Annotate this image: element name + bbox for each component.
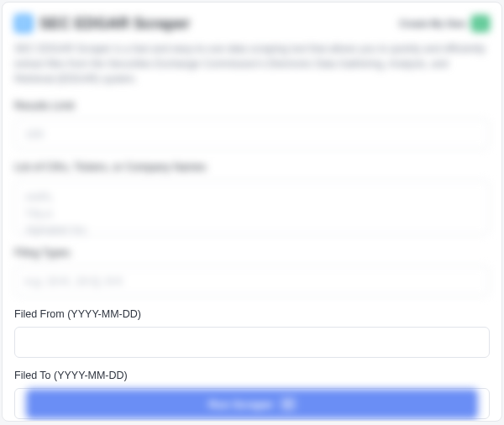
title-wrap: SEC EDGAR Scraper — [14, 14, 190, 33]
results-limit-label: Results Limit — [14, 100, 490, 112]
run-scraper-button[interactable]: Run Scraper — [26, 389, 478, 419]
field-results-limit: Results Limit — [14, 100, 490, 150]
cta-wrap[interactable]: Create My Own — [400, 15, 490, 32]
field-filed-from: Filed From (YYYY-MM-DD) — [14, 308, 490, 358]
identifiers-input[interactable]: AAPL TSLA Alphabet Inc. — [14, 180, 490, 235]
identifiers-label: List of CIKs, Tickers, or Company Names — [14, 161, 490, 173]
filing-types-input[interactable] — [14, 265, 490, 296]
identifiers-placeholder: AAPL TSLA Alphabet Inc. — [25, 189, 479, 239]
field-filing-types: Filing Types — [14, 247, 490, 296]
scraper-card: SEC EDGAR Scraper Create My Own SEC EDGA… — [2, 2, 502, 422]
filing-types-label: Filing Types — [14, 247, 490, 259]
description-text: SEC EDGAR Scraper is a fast and easy-to-… — [14, 41, 490, 87]
field-identifiers: List of CIKs, Tickers, or Company Names … — [14, 161, 490, 235]
header-row: SEC EDGAR Scraper Create My Own — [14, 14, 490, 33]
document-icon — [14, 14, 33, 33]
play-icon — [281, 397, 296, 411]
create-own-button[interactable] — [471, 15, 490, 32]
filed-to-label: Filed To (YYYY-MM-DD) — [14, 370, 490, 381]
page-title: SEC EDGAR Scraper — [39, 15, 190, 33]
blurred-upper-section: SEC EDGAR Scraper Create My Own SEC EDGA… — [14, 14, 490, 296]
results-limit-input[interactable] — [14, 118, 490, 150]
filed-from-input[interactable] — [14, 327, 490, 358]
filed-from-label: Filed From (YYYY-MM-DD) — [14, 308, 490, 320]
cta-label: Create My Own — [400, 18, 466, 29]
run-button-label: Run Scraper — [208, 398, 273, 411]
